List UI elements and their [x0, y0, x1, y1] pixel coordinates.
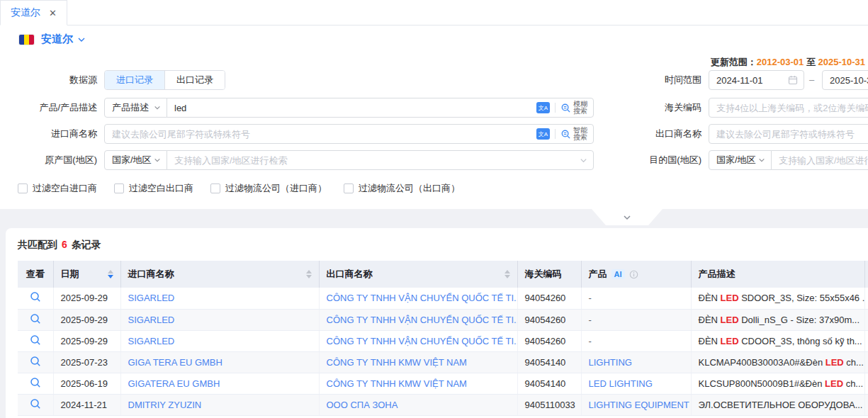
cell-product: - [581, 330, 691, 351]
checkbox-icon[interactable] [344, 183, 354, 193]
col-hs-code: 海关编码 [517, 261, 581, 288]
checkbox-icon[interactable] [210, 183, 220, 193]
sort-icon[interactable] [505, 270, 510, 278]
translate-icon[interactable]: 文A [536, 128, 550, 140]
filter-form: 更新范围：2012-03-01 至 2025-10-31 数据源 进口记录 出口… [0, 53, 868, 209]
checkbox-label: 过滤空白进口商 [33, 182, 97, 195]
data-source-label: 数据源 [0, 70, 97, 90]
tab-import-records[interactable]: 进口记录 [105, 71, 164, 89]
search-icon [560, 129, 571, 140]
time-range-start[interactable] [709, 70, 804, 90]
product-field-select[interactable]: 产品描述 [104, 98, 167, 118]
view-record-button[interactable] [30, 313, 41, 324]
origin-country-input[interactable] [168, 152, 580, 169]
chevron-down-icon[interactable] [77, 35, 86, 44]
cell-importer-link[interactable]: GIGATERA EU GMBH [120, 373, 319, 394]
col-date[interactable]: 日期 [53, 261, 120, 288]
filter-checkbox-2[interactable]: 过滤物流公司（进口商） [210, 182, 327, 195]
col-importer[interactable]: 进口商名称 [120, 261, 319, 288]
table-row: 2025-06-19 GIGATERA EU GMBH CÔNG TY TNHH… [18, 373, 868, 394]
cell-product[interactable]: LIGHTING EQUIPMENT [581, 394, 691, 415]
cell-date: 2025-09-29 [53, 309, 120, 330]
cell-importer-link[interactable]: GIGA TERA EU GMBH [120, 351, 319, 373]
cell-product: - [581, 288, 691, 309]
cell-hs-code: 94054140 [517, 373, 581, 394]
smart-search-button[interactable]: 智能 搜索 [560, 127, 587, 141]
translate-icon[interactable]: 文A [536, 102, 550, 113]
cell-importer-link[interactable]: SIGARLED [120, 309, 319, 330]
cell-exporter-link[interactable]: CÔNG TY TNHH VẬN CHUYỂN QUỐC TẾ TI... [319, 288, 517, 309]
info-icon[interactable] [629, 270, 638, 279]
dest-country-select[interactable]: 国家/地区 [709, 150, 772, 170]
cell-importer-link[interactable]: SIGARLED [120, 288, 319, 309]
col-exporter-label: 出口商名称 [327, 268, 373, 281]
collapse-toggle[interactable] [592, 209, 663, 225]
time-range-start-input[interactable] [710, 72, 788, 89]
col-description: 产品描述 [691, 261, 864, 288]
sort-icon[interactable] [108, 270, 113, 278]
time-range-end[interactable] [822, 70, 868, 90]
view-record-button[interactable] [30, 398, 41, 409]
tab-andorra[interactable]: 安道尔 ✕ [0, 0, 67, 26]
exporter-input[interactable] [710, 125, 868, 142]
checkbox-icon[interactable] [18, 183, 28, 193]
cell-product[interactable]: LED LIGHTING [581, 373, 691, 394]
cell-exporter-link[interactable]: CÔNG TY TNHH VẬN CHUYỂN QUỐC TẾ TI... [319, 330, 517, 351]
divider [555, 129, 556, 139]
time-range-end-input[interactable] [823, 72, 868, 89]
cell-exporter-link[interactable]: CÔNG TY TNHH KMW VIỆT NAM [319, 351, 517, 373]
cell-hs-code: 94054260 [517, 309, 581, 330]
search-icon [30, 291, 41, 303]
tab-bar: 安道尔 ✕ [0, 0, 868, 26]
search-icon [30, 398, 41, 409]
filter-checkbox-1[interactable]: 过滤空白出口商 [114, 182, 193, 195]
cell-product[interactable]: LIGHTING [581, 351, 691, 373]
importer-input[interactable] [106, 125, 536, 142]
table-row: 2025-09-29 SIGARLED CÔNG TY TNHH VẬN CHU… [18, 330, 868, 351]
cell-importer-link[interactable]: DMITRIY ZYUZIN [120, 394, 319, 415]
cell-exporter-link[interactable]: ООО СПА ЗОНА [319, 394, 517, 415]
cell-description: ЭЛ.ОСВЕТИТЕЛЬНОЕ ОБОРУДОВА... [691, 394, 864, 415]
table-row: 2025-07-23 GIGA TERA EU GMBH CÔNG TY TNH… [18, 351, 868, 373]
origin-country-select[interactable]: 国家/地区 [104, 150, 167, 170]
checkbox-label: 过滤空白出口商 [129, 182, 193, 195]
cell-importer-link[interactable]: SIGARLED [120, 330, 319, 351]
search-icon [30, 334, 41, 346]
view-record-button[interactable] [30, 377, 41, 388]
close-icon[interactable]: ✕ [49, 9, 57, 18]
cell-exporter-link[interactable]: CÔNG TY TNHH VẬN CHUYỂN QUỐC TẾ TI... [319, 309, 517, 330]
cell-exporter-link[interactable]: CÔNG TY TNHH KMW VIỆT NAM [319, 373, 517, 394]
origin-country-field[interactable] [167, 150, 594, 170]
tab-export-records[interactable]: 出口记录 [164, 71, 225, 89]
view-record-button[interactable] [30, 356, 41, 367]
country-name[interactable]: 安道尔 [41, 33, 73, 46]
checkbox-icon[interactable] [114, 183, 124, 193]
cell-hs-code: 94054260 [517, 288, 581, 309]
table-row: 2025-09-29 SIGARLED CÔNG TY TNHH VẬN CHU… [18, 288, 868, 309]
view-record-button[interactable] [30, 291, 41, 303]
hs-code-input[interactable] [710, 99, 868, 116]
search-icon [30, 377, 41, 388]
filter-checkbox-0[interactable]: 过滤空白进口商 [18, 182, 97, 195]
sort-icon[interactable] [306, 270, 312, 278]
view-record-button[interactable] [30, 334, 41, 346]
hs-code-field[interactable] [709, 98, 868, 118]
exporter-field[interactable] [709, 124, 868, 144]
chevron-down-icon [154, 104, 161, 111]
ai-badge: AI [611, 269, 625, 279]
chevron-down-icon [758, 157, 765, 164]
filter-checkbox-3[interactable]: 过滤物流公司（出口商） [344, 182, 460, 195]
fuzzy-search-button[interactable]: 模糊 搜索 [560, 101, 587, 115]
chevron-down-icon[interactable] [580, 157, 587, 164]
cell-date: 2025-09-29 [53, 288, 120, 309]
dest-country-input[interactable] [772, 152, 868, 169]
col-extra [864, 261, 868, 288]
cell-description: KLCSUP800N50009B1#&Đèn LED ch... [691, 373, 864, 394]
origin-country-label: 原产国(地区) [0, 150, 97, 170]
col-exporter[interactable]: 出口商名称 [319, 261, 517, 288]
dest-country-field[interactable] [771, 150, 868, 170]
cell-extra [864, 288, 868, 309]
calendar-icon[interactable] [788, 75, 798, 85]
product-input[interactable] [168, 99, 536, 116]
product-input-wrap: 文A 模糊 搜索 [167, 98, 594, 118]
